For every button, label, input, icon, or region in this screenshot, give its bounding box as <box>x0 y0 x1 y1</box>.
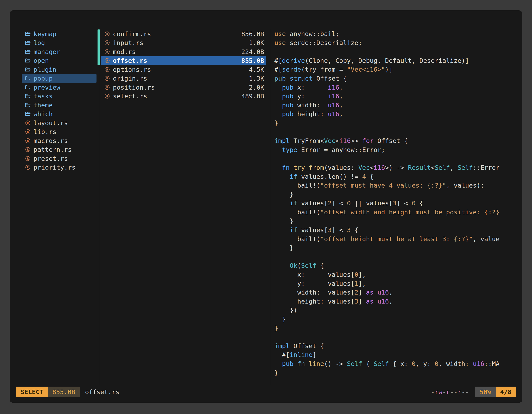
code-line: #[derive(Clone, Copy, Debug, Default, De… <box>274 56 516 65</box>
dir-label: theme <box>34 101 53 109</box>
pane-divider-left <box>99 29 99 385</box>
file-size: 856.0B <box>241 30 264 38</box>
file-row-position.rs[interactable]: R position.rs2.0K <box>101 83 266 92</box>
folder-icon <box>24 102 32 108</box>
code-line: if values[2] < 0 || values[3] < 0 { <box>274 199 516 208</box>
file-name: offset.rs <box>113 57 147 64</box>
dir-label: log <box>34 39 45 47</box>
sidebar-dir-theme[interactable]: theme <box>22 101 96 110</box>
svg-text:R: R <box>106 41 108 45</box>
sidebar-file-layout.rs[interactable]: R layout.rs <box>22 118 96 127</box>
sidebar-file-macros.rs[interactable]: R macros.rs <box>22 136 96 145</box>
code-line: pub struct Offset { <box>274 74 516 83</box>
file-size: 489.0B <box>241 92 264 100</box>
sidebar-dir-log[interactable]: log <box>22 39 96 48</box>
svg-text:R: R <box>106 59 108 62</box>
code-line: } <box>274 368 516 377</box>
code-line <box>274 252 516 261</box>
code-line: pub height: u16, <box>274 110 516 119</box>
rust-file-icon: R <box>24 129 32 135</box>
file-name: position.rs <box>113 84 155 91</box>
permission-segment: - <box>431 388 435 395</box>
svg-text:R: R <box>106 32 108 36</box>
code-line <box>274 154 516 163</box>
file-row-offset.rs[interactable]: R offset.rs855.0B <box>101 56 266 65</box>
permission-segment: rw <box>435 388 442 395</box>
file-row-confirm.rs[interactable]: R confirm.rs856.0B <box>101 29 266 39</box>
rust-file-icon: R <box>103 40 111 46</box>
sidebar-dir-keymap[interactable]: keymap <box>22 29 96 39</box>
sidebar-list: keymap log manager open plugin popup pre… <box>22 29 96 172</box>
code-line: width: values[2] as u16, <box>274 288 516 297</box>
file-row-origin.rs[interactable]: R origin.rs1.3K <box>101 74 266 83</box>
folder-icon <box>24 58 32 64</box>
pane-divider-right <box>271 29 271 385</box>
cursor-position-badge: 4/8 <box>496 387 516 397</box>
code-lines: use anyhow::bail;use serde::Deserialize;… <box>274 29 516 377</box>
rust-file-icon: R <box>103 67 111 73</box>
code-line: #[serde(try_from = "Vec<i16>")] <box>274 65 516 74</box>
file-row-mod.rs[interactable]: R mod.rs224.0B <box>101 47 266 56</box>
code-line: use anyhow::bail; <box>274 29 516 39</box>
code-line: bail!("offset width and height must be p… <box>274 208 516 217</box>
code-line: fn try_from(values: Vec<i16>) -> Result<… <box>274 163 516 172</box>
sidebar-dir-open[interactable]: open <box>22 56 96 65</box>
rust-file-icon: R <box>24 138 32 144</box>
file-label: layout.rs <box>34 119 68 127</box>
permission-segment: - <box>442 388 446 395</box>
code-line: height: values[3] as u16, <box>274 297 516 306</box>
sidebar-dir-popup[interactable]: popup <box>22 74 96 83</box>
code-line: } <box>274 243 516 252</box>
file-list-scrollbar[interactable] <box>97 29 100 65</box>
sidebar-dir-manager[interactable]: manager <box>22 47 96 56</box>
file-name: input.rs <box>113 39 143 47</box>
sidebar-dir-which[interactable]: which <box>22 110 96 119</box>
status-filename: offset.rs <box>85 388 119 395</box>
file-size: 224.0B <box>241 48 264 55</box>
code-line: if values[3] < 3 { <box>274 226 516 235</box>
code-line <box>274 128 516 137</box>
code-line <box>274 47 516 56</box>
rust-file-icon: R <box>24 120 32 126</box>
svg-text:R: R <box>27 148 29 151</box>
file-row-input.rs[interactable]: R input.rs1.0K <box>101 39 266 48</box>
folder-icon <box>24 93 32 99</box>
code-line: pub width: u16, <box>274 101 516 110</box>
code-line: type Error = anyhow::Error; <box>274 145 516 154</box>
preview-pane[interactable]: use anyhow::bail;use serde::Deserialize;… <box>274 29 516 386</box>
code-line: } <box>274 217 516 226</box>
svg-text:R: R <box>106 86 108 89</box>
code-line: if values.len() != 4 { <box>274 172 516 181</box>
dir-label: manager <box>34 48 60 55</box>
file-row-options.rs[interactable]: R options.rs4.5K <box>101 65 266 74</box>
rust-file-icon: R <box>103 75 111 81</box>
dir-label: keymap <box>34 30 57 38</box>
rust-file-icon: R <box>103 93 111 99</box>
sidebar-dir-tasks[interactable]: tasks <box>22 92 96 101</box>
code-line: #[inline] <box>274 350 516 359</box>
file-name: mod.rs <box>113 48 136 55</box>
current-directory-pane: R confirm.rs856.0B R input.rs1.0K R mod.… <box>101 29 266 101</box>
file-row-select.rs[interactable]: R select.rs489.0B <box>101 92 266 101</box>
sidebar-file-pattern.rs[interactable]: R pattern.rs <box>22 145 96 154</box>
sidebar-file-priority.rs[interactable]: R priority.rs <box>22 163 96 172</box>
file-permissions: -rw-r--r-- <box>431 388 469 395</box>
file-manager-window: keymap log manager open plugin popup pre… <box>10 11 522 403</box>
parent-directory-pane: keymap log manager open plugin popup pre… <box>22 29 96 172</box>
folder-icon <box>24 40 32 46</box>
code-line: impl Offset { <box>274 342 516 351</box>
sidebar-dir-preview[interactable]: preview <box>22 83 96 92</box>
file-name: select.rs <box>113 92 147 100</box>
sidebar-file-preset.rs[interactable]: R preset.rs <box>22 154 96 163</box>
svg-text:R: R <box>106 77 108 80</box>
rust-file-icon: R <box>103 84 111 90</box>
svg-text:R: R <box>27 130 29 134</box>
code-line <box>274 333 516 342</box>
file-size: 2.0K <box>249 84 264 91</box>
code-line: pub x: i16, <box>274 83 516 92</box>
code-line: } <box>274 190 516 199</box>
sidebar-dir-plugin[interactable]: plugin <box>22 65 96 74</box>
status-bar: SELECT 855.0B offset.rs -rw-r--r-- 50% 4… <box>16 387 516 397</box>
sidebar-file-lib.rs[interactable]: R lib.rs <box>22 127 96 136</box>
code-line: pub y: i16, <box>274 92 516 101</box>
